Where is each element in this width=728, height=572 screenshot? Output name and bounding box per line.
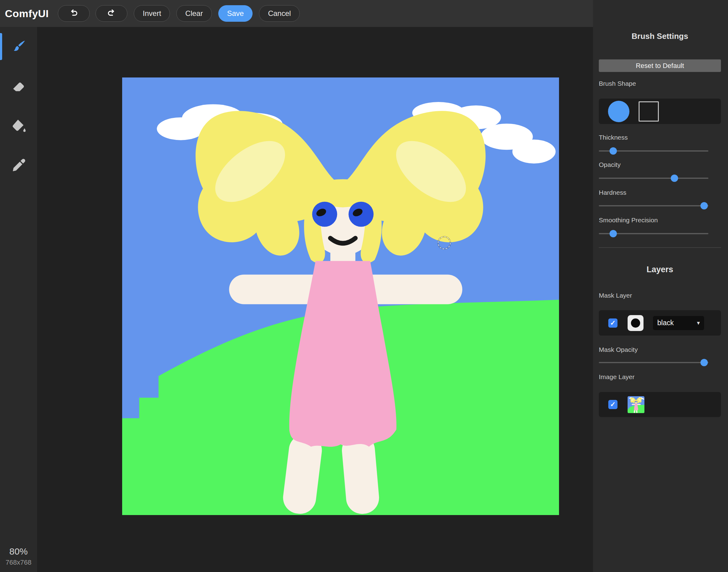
hardness-slider[interactable] <box>599 202 708 209</box>
brush-shape-picker <box>599 98 721 124</box>
hardness-label: Hardness <box>599 189 721 196</box>
canvas-drawing <box>122 77 559 515</box>
tool-sidebar: 80% 768x768 <box>0 27 37 572</box>
brush-settings-title: Brush Settings <box>599 31 721 41</box>
mask-layer-label: Mask Layer <box>599 292 721 299</box>
canvas-workspace <box>37 27 593 572</box>
mask-color-dot-icon <box>631 318 640 328</box>
top-toolbar: ComfyUI Invert Clear Save Cancel <box>0 0 593 27</box>
slider-track[interactable] <box>599 177 708 179</box>
reset-to-default-button[interactable]: Reset to Default <box>599 59 721 72</box>
brush-shape-circle-option[interactable] <box>608 101 630 122</box>
mask-color-select[interactable]: black ▾ <box>653 316 704 330</box>
paint-bucket-icon <box>10 118 27 134</box>
layers-title: Layers <box>599 265 721 274</box>
thickness-slider[interactable] <box>599 147 708 155</box>
eraser-icon <box>10 78 27 95</box>
slider-thumb[interactable] <box>609 230 617 237</box>
active-tool-indicator <box>0 33 2 60</box>
image-layer-thumbnail[interactable] <box>628 396 644 413</box>
fill-tool-button[interactable] <box>0 106 37 145</box>
eyedropper-tool-button[interactable] <box>0 145 37 185</box>
slider-thumb[interactable] <box>609 147 617 155</box>
canvas-status: 80% 768x768 <box>0 546 37 567</box>
canvas-dimensions: 768x768 <box>0 559 37 567</box>
mask-color-value: black <box>657 319 674 327</box>
brush-shape-label: Brush Shape <box>599 80 721 87</box>
chevron-down-icon: ▾ <box>697 319 700 327</box>
brush-icon <box>10 39 27 55</box>
image-layer-label: Image Layer <box>599 373 721 381</box>
app-logo: ComfyUI <box>5 8 49 20</box>
redo-button[interactable] <box>95 5 127 22</box>
image-layer-thumbnail-preview <box>628 396 644 413</box>
image-layer-visibility-checkbox[interactable]: ✓ <box>608 400 617 409</box>
eraser-tool-button[interactable] <box>0 66 37 106</box>
eyedropper-icon <box>10 157 27 173</box>
slider-thumb[interactable] <box>701 202 708 209</box>
slider-thumb[interactable] <box>671 174 678 182</box>
clear-button[interactable]: Clear <box>176 5 212 22</box>
opacity-slider[interactable] <box>599 174 708 182</box>
opacity-label: Opacity <box>599 161 721 168</box>
mask-layer-row: ✓ black ▾ <box>599 310 721 336</box>
mask-opacity-slider[interactable] <box>599 359 708 366</box>
check-icon: ✓ <box>610 319 615 327</box>
brush-shape-square-option[interactable] <box>639 101 659 122</box>
slider-track[interactable] <box>599 205 708 206</box>
invert-button[interactable]: Invert <box>134 5 170 22</box>
comfyui-mask-editor: ComfyUI Invert Clear Save Cancel <box>0 0 728 572</box>
mask-layer-visibility-checkbox[interactable]: ✓ <box>608 318 617 328</box>
settings-panel: Brush Settings Reset to Default Brush Sh… <box>593 0 728 572</box>
undo-icon <box>69 8 79 19</box>
mask-opacity-label: Mask Opacity <box>599 346 721 353</box>
undo-button[interactable] <box>58 5 90 22</box>
zoom-level: 80% <box>0 546 37 557</box>
paint-canvas[interactable] <box>122 77 559 515</box>
slider-thumb[interactable] <box>701 359 708 366</box>
slider-track[interactable] <box>599 362 708 363</box>
image-layer-row: ✓ <box>599 392 721 417</box>
check-icon: ✓ <box>610 401 615 409</box>
brush-tool-button[interactable] <box>0 27 37 66</box>
section-divider <box>599 247 721 248</box>
mask-color-indicator[interactable] <box>628 315 644 331</box>
redo-icon <box>106 8 117 19</box>
smoothing-precision-slider[interactable] <box>599 230 708 237</box>
smoothing-precision-label: Smoothing Precision <box>599 216 721 224</box>
save-button[interactable]: Save <box>218 5 253 22</box>
cancel-button[interactable]: Cancel <box>259 5 300 22</box>
thickness-label: Thickness <box>599 134 721 141</box>
